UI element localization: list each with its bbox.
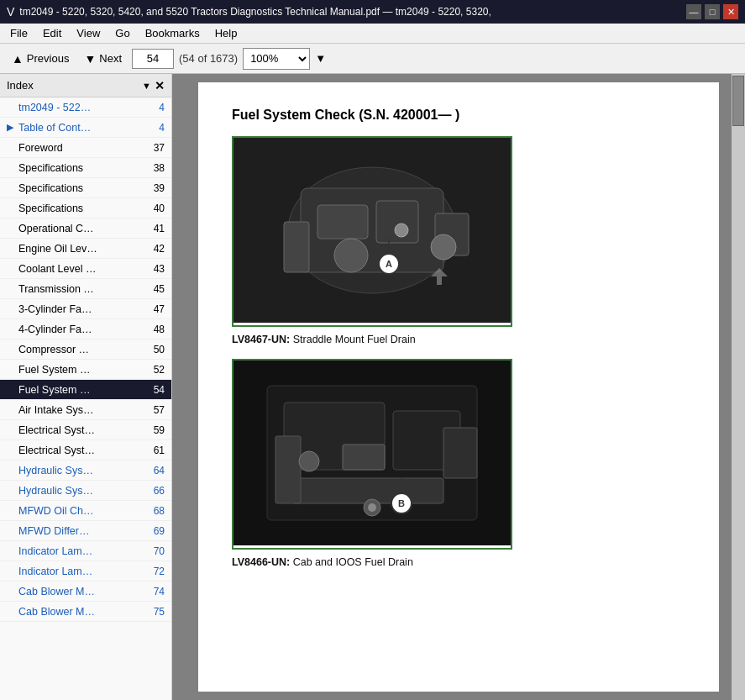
- scrollbar-track[interactable]: [732, 74, 745, 700]
- menu-item-edit[interactable]: Edit: [36, 25, 68, 41]
- sidebar-item-label: Specifications: [18, 162, 144, 174]
- sidebar: Index ▼ ✕ tm2049 - 522…4▶Table of Cont…4…: [0, 74, 172, 700]
- sidebar-item[interactable]: Air Intake Sys…57: [0, 400, 171, 420]
- sidebar-item-label: Hydraulic Sys…: [18, 465, 144, 476]
- previous-label: Previous: [27, 52, 70, 65]
- sidebar-item-page: 47: [148, 303, 165, 315]
- sidebar-item[interactable]: tm2049 - 522…4: [0, 97, 171, 118]
- title-bar-text: tm2049 - 5220, 5320, 5420, and 5520 Trac…: [19, 6, 681, 18]
- sidebar-close-icon[interactable]: ✕: [155, 79, 165, 92]
- title-bar: V tm2049 - 5220, 5320, 5420, and 5520 Tr…: [0, 0, 745, 24]
- menu-item-file[interactable]: File: [3, 25, 34, 41]
- sidebar-item-label: Transmission …: [18, 283, 144, 295]
- sidebar-item[interactable]: Hydraulic Sys…66: [0, 481, 171, 501]
- svg-text:A: A: [386, 259, 392, 269]
- page-number-input[interactable]: [132, 49, 174, 69]
- caption-2-text: Cab and IOOS Fuel Drain: [293, 556, 413, 568]
- zoom-dropdown-icon: ▼: [315, 52, 326, 65]
- sidebar-item[interactable]: Transmission …45: [0, 279, 171, 299]
- sidebar-item-page: 64: [148, 465, 165, 476]
- menu-bar: FileEditViewGoBookmarksHelp: [0, 24, 745, 44]
- sidebar-item-label: 3-Cylinder Fa…: [18, 303, 144, 315]
- sidebar-item[interactable]: Coolant Level …43: [0, 259, 171, 279]
- sidebar-item-page: 48: [148, 324, 165, 335]
- sidebar-item-label: Electrical Syst…: [18, 445, 144, 456]
- zoom-select[interactable]: 100% 50% 75% 125% 150% 200%: [243, 48, 310, 70]
- menu-item-bookmarks[interactable]: Bookmarks: [139, 25, 207, 41]
- sidebar-item-page: 40: [148, 203, 165, 214]
- next-button[interactable]: ▼ Next: [79, 49, 127, 69]
- engine-image-1: A: [233, 138, 511, 323]
- engine-image-2: B: [233, 361, 511, 545]
- sidebar-item-label: Indicator Lam…: [18, 566, 144, 577]
- sidebar-item-page: 75: [148, 606, 165, 618]
- sidebar-item[interactable]: Operational C…41: [0, 218, 171, 239]
- sidebar-title: Index: [7, 79, 139, 92]
- svg-text:B: B: [398, 498, 405, 508]
- sidebar-item-label: Foreword: [18, 142, 144, 154]
- restore-button[interactable]: □: [705, 4, 720, 19]
- svg-point-22: [368, 503, 376, 512]
- caption-1-code: LV8467-UN:: [232, 334, 290, 345]
- sidebar-item[interactable]: MFWD Differ…69: [0, 521, 171, 541]
- sidebar-item[interactable]: Indicator Lam…72: [0, 561, 171, 582]
- sidebar-item-label: MFWD Differ…: [18, 525, 144, 537]
- sidebar-item[interactable]: Specifications39: [0, 178, 171, 198]
- sidebar-item[interactable]: Cab Blower M…74: [0, 582, 171, 602]
- caption-1-text: Straddle Mount Fuel Drain: [293, 334, 416, 345]
- sidebar-item[interactable]: Specifications40: [0, 198, 171, 218]
- sidebar-item-label: MFWD Oil Ch…: [18, 505, 144, 517]
- sidebar-item-page: 61: [148, 445, 165, 456]
- sidebar-item[interactable]: MFWD Oil Ch…68: [0, 501, 171, 521]
- svg-rect-18: [292, 478, 443, 503]
- next-arrow-icon: ▼: [84, 52, 96, 66]
- menu-item-go[interactable]: Go: [108, 25, 136, 41]
- close-button[interactable]: ✕: [723, 4, 738, 19]
- sidebar-item[interactable]: Indicator Lam…70: [0, 541, 171, 561]
- sidebar-item-label: Table of Cont…: [18, 122, 144, 134]
- sidebar-item-page: 39: [148, 182, 165, 194]
- svg-point-11: [395, 224, 408, 237]
- image-2-box: B: [232, 359, 512, 550]
- sidebar-item-page: 52: [148, 364, 165, 376]
- sidebar-item[interactable]: Electrical Syst…59: [0, 420, 171, 440]
- minimize-button[interactable]: —: [686, 4, 701, 19]
- svg-rect-20: [443, 428, 477, 478]
- next-label: Next: [99, 52, 122, 65]
- sidebar-item-label: 4-Cylinder Fa…: [18, 324, 144, 335]
- menu-item-help[interactable]: Help: [208, 25, 244, 41]
- sidebar-item[interactable]: ▶Table of Cont…4: [0, 118, 171, 138]
- sidebar-item[interactable]: 4-Cylinder Fa…48: [0, 319, 171, 339]
- sidebar-item[interactable]: Fuel System …52: [0, 360, 171, 380]
- sidebar-item-page: 4: [148, 102, 165, 113]
- sidebar-item-page: 70: [148, 545, 165, 557]
- sidebar-item-page: 54: [148, 384, 165, 396]
- toolbar: ▲ Previous ▼ Next (54 of 1673) 100% 50% …: [0, 44, 745, 74]
- sidebar-item-page: 59: [148, 424, 165, 436]
- sidebar-item[interactable]: Hydraulic Sys…64: [0, 461, 171, 481]
- scrollbar-thumb[interactable]: [732, 76, 744, 126]
- menu-item-view[interactable]: View: [70, 25, 107, 41]
- sidebar-item-label: tm2049 - 522…: [18, 102, 144, 113]
- sidebar-item[interactable]: Cab Blower M…75: [0, 602, 171, 622]
- sidebar-item[interactable]: Electrical Syst…61: [0, 440, 171, 461]
- sidebar-item-label: Fuel System …: [18, 364, 144, 376]
- sidebar-item-label: Indicator Lam…: [18, 545, 144, 557]
- sidebar-item[interactable]: Specifications38: [0, 158, 171, 178]
- app-icon: V: [7, 5, 14, 18]
- sidebar-item[interactable]: Foreword37: [0, 138, 171, 158]
- svg-rect-6: [284, 222, 309, 272]
- svg-rect-3: [317, 205, 368, 239]
- previous-button[interactable]: ▲ Previous: [7, 49, 74, 69]
- sidebar-item[interactable]: Fuel System …54: [0, 380, 171, 400]
- window-controls: — □ ✕: [686, 4, 738, 19]
- sidebar-item-label: Air Intake Sys…: [18, 404, 144, 416]
- svg-point-5: [334, 239, 368, 272]
- caption-2: LV8466-UN: Cab and IOOS Fuel Drain: [232, 556, 685, 568]
- sidebar-item-page: 74: [148, 586, 165, 597]
- sidebar-collapse-icon[interactable]: ▼: [142, 81, 151, 91]
- sidebar-item[interactable]: 3-Cylinder Fa…47: [0, 299, 171, 319]
- svg-rect-26: [343, 445, 385, 470]
- sidebar-item[interactable]: Compressor …50: [0, 339, 171, 360]
- sidebar-item[interactable]: Engine Oil Lev…42: [0, 239, 171, 259]
